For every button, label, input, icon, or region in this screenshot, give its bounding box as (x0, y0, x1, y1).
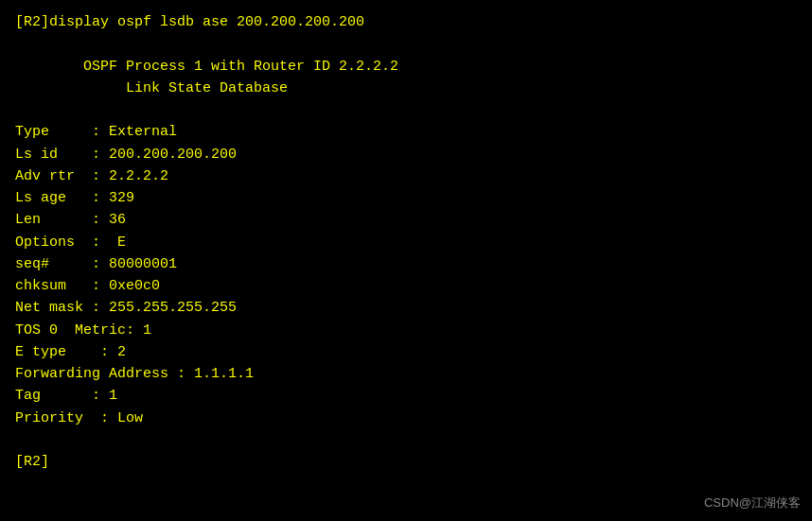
field-row-11: Forwarding Address : 1.1.1.1 (15, 363, 797, 385)
blank-line-2 (15, 99, 797, 121)
field-row-0: Type : External (15, 121, 797, 143)
blank-line-3 (15, 429, 797, 451)
field-row-13: Priority : Low (15, 408, 797, 429)
watermark: CSDN@江湖侠客 (704, 495, 801, 512)
command-line: [R2]display ospf lsdb ase 200.200.200.20… (15, 11, 797, 33)
field-row-7: chksum : 0xe0c0 (15, 275, 797, 297)
blank-line-1 (15, 33, 797, 55)
field-row-9: TOS 0 Metric: 1 (15, 320, 797, 341)
header-line-1: OSPF Process 1 with Router ID 2.2.2.2 (15, 56, 797, 78)
field-row-8: Net mask : 255.255.255.255 (15, 297, 797, 319)
field-row-10: E type : 2 (15, 341, 797, 363)
terminal-window: [R2]display ospf lsdb ase 200.200.200.20… (0, 0, 812, 521)
field-row-6: seq# : 80000001 (15, 253, 797, 275)
field-row-12: Tag : 1 (15, 385, 797, 407)
field-row-2: Adv rtr : 2.2.2.2 (15, 165, 797, 187)
header-line-2: Link State Database (15, 78, 797, 99)
fields-container: Type : ExternalLs id : 200.200.200.200Ad… (15, 121, 797, 429)
field-row-4: Len : 36 (15, 209, 797, 231)
field-row-3: Ls age : 329 (15, 187, 797, 209)
field-row-5: Options : E (15, 232, 797, 253)
field-row-1: Ls id : 200.200.200.200 (15, 144, 797, 165)
end-prompt: [R2] (15, 451, 797, 473)
